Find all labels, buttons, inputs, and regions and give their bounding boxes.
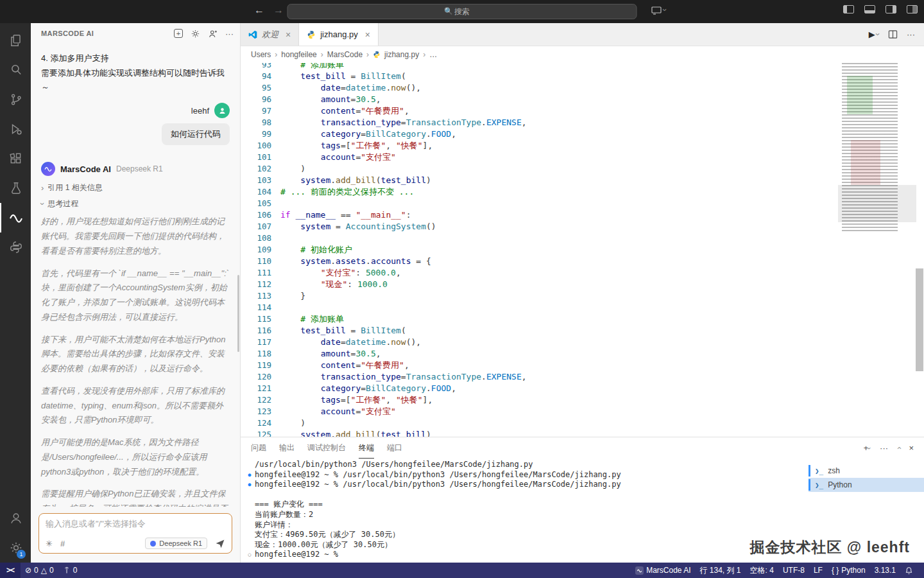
line-number[interactable]: 117 xyxy=(241,337,280,348)
more-actions-icon[interactable]: ··· xyxy=(880,443,888,453)
chat-input[interactable] xyxy=(46,519,225,529)
tab-welcome[interactable]: 欢迎 × xyxy=(241,23,299,46)
line-number[interactable]: 121 xyxy=(241,383,280,394)
marscode-ai-icon[interactable] xyxy=(0,203,31,232)
line-number[interactable]: 98 xyxy=(241,117,280,128)
account-icon[interactable] xyxy=(0,504,31,533)
line-number[interactable]: 101 xyxy=(241,152,280,163)
toggle-secondary-sidebar-icon[interactable] xyxy=(886,5,896,13)
line-number[interactable]: 122 xyxy=(241,394,280,406)
line-number[interactable]: 120 xyxy=(241,371,280,383)
line-number[interactable]: 123 xyxy=(241,406,280,417)
line-number[interactable]: 107 xyxy=(241,221,280,232)
line-number[interactable]: 96 xyxy=(241,94,280,105)
line-number[interactable]: 97 xyxy=(241,105,280,117)
line-number[interactable]: 108 xyxy=(241,232,280,244)
thinking-toggle[interactable]: › 思考过程 xyxy=(41,198,230,209)
python-version[interactable]: 3.13.1 xyxy=(870,563,900,578)
line-number[interactable]: 103 xyxy=(241,175,280,186)
new-terminal-icon[interactable]: +› xyxy=(864,443,871,453)
search-input[interactable] xyxy=(287,4,637,19)
more-actions-icon[interactable]: ··· xyxy=(907,30,915,39)
line-number[interactable]: 116 xyxy=(241,325,280,337)
tab-output[interactable]: 输出 xyxy=(279,437,295,459)
line-number[interactable]: 94 xyxy=(241,71,280,82)
remote-indicator[interactable]: >< xyxy=(0,563,21,578)
chat-settings-icon[interactable] xyxy=(191,29,200,39)
line-number[interactable]: 95 xyxy=(241,82,280,94)
line-number[interactable]: 119 xyxy=(241,360,280,371)
customize-layout-icon[interactable] xyxy=(907,5,918,13)
line-number[interactable]: 102 xyxy=(241,163,280,175)
line-number[interactable]: 114 xyxy=(241,302,280,313)
language-mode[interactable]: { } Python xyxy=(827,563,870,578)
notifications-bell[interactable] xyxy=(900,563,918,578)
screen-share-icon[interactable]: › xyxy=(651,5,666,15)
source-control-icon[interactable] xyxy=(0,85,31,114)
tab-terminal[interactable]: 终端 xyxy=(359,437,374,459)
new-chat-icon[interactable]: + xyxy=(174,29,183,38)
forward-icon[interactable]: → xyxy=(273,4,284,16)
split-editor-icon[interactable] xyxy=(888,30,898,39)
line-number[interactable]: 109 xyxy=(241,244,280,256)
chat-message-list[interactable]: 4. 添加多用户支持 需要添加具体功能实现或调整结构可以随时告诉我～ leehf… xyxy=(31,44,240,507)
extensions-icon[interactable] xyxy=(0,144,31,173)
line-number[interactable]: 124 xyxy=(241,417,280,429)
run-python-file-button[interactable]: ▶› xyxy=(869,30,879,39)
line-number[interactable]: 93 xyxy=(241,63,280,71)
tab-jizhang-py[interactable]: jizhang.py × xyxy=(299,23,379,46)
python-env-icon[interactable] xyxy=(0,232,31,262)
settings-gear-icon[interactable]: 1 xyxy=(0,533,31,563)
encoding[interactable]: UTF-8 xyxy=(778,563,809,578)
eol[interactable]: LF xyxy=(809,563,827,578)
line-number[interactable]: 125 xyxy=(241,429,280,437)
testing-icon[interactable] xyxy=(0,173,31,203)
line-number[interactable]: 106 xyxy=(241,209,280,221)
editor-scrollbar[interactable] xyxy=(916,268,923,371)
terminal-item-zsh[interactable]: ❯_ zsh xyxy=(809,464,924,478)
line-number[interactable]: 113 xyxy=(241,290,280,302)
search-view-icon[interactable] xyxy=(0,55,31,85)
chat-scrollbar[interactable] xyxy=(237,275,239,352)
minimap[interactable] xyxy=(842,63,914,231)
more-actions-icon[interactable]: ··· xyxy=(225,29,234,39)
run-debug-icon[interactable] xyxy=(0,114,31,144)
code-editor[interactable]: 9394959697989910010110210310410510610710… xyxy=(241,63,924,437)
tab-ports[interactable]: 端口 xyxy=(387,437,402,459)
terminal-output[interactable]: /usr/local/bin/python3 /Users/hongfeilee… xyxy=(241,459,809,563)
skill-icon[interactable]: ✳ xyxy=(46,539,53,548)
indentation[interactable]: 空格: 4 xyxy=(746,563,778,578)
tab-problems[interactable]: 问题 xyxy=(251,437,266,459)
cursor-position[interactable]: 行 134, 列 1 xyxy=(696,563,746,578)
line-number[interactable]: 105 xyxy=(241,198,280,209)
line-number[interactable]: 112 xyxy=(241,279,280,290)
back-icon[interactable]: ← xyxy=(254,4,264,16)
line-number[interactable]: 115 xyxy=(241,313,280,325)
line-number[interactable]: 110 xyxy=(241,256,280,267)
model-selector[interactable]: Deepseek R1 xyxy=(145,538,207,549)
close-icon[interactable]: × xyxy=(365,30,370,40)
explorer-icon[interactable] xyxy=(0,26,31,55)
breadcrumb[interactable]: Users› hongfeilee› MarsCode› jizhang.py›… xyxy=(241,46,924,63)
problems-status[interactable]: ⊘0 △0 xyxy=(21,563,58,578)
line-number[interactable]: 111 xyxy=(241,267,280,279)
ports-status[interactable]: 0 xyxy=(58,563,82,578)
minimap-slider[interactable] xyxy=(838,185,916,222)
terminal-item-python[interactable]: ❯_ Python xyxy=(809,478,924,492)
line-number[interactable]: 99 xyxy=(241,128,280,140)
line-number[interactable]: 100 xyxy=(241,140,280,152)
tab-debug-console[interactable]: 调试控制台 xyxy=(307,437,346,459)
toggle-sidebar-icon[interactable] xyxy=(843,5,854,13)
marscode-status[interactable]: MarsCode AI xyxy=(631,563,695,578)
send-icon[interactable] xyxy=(215,538,225,548)
reference-toggle[interactable]: › 引用 1 相关信息 xyxy=(41,182,230,193)
maximize-panel-icon[interactable]: › xyxy=(894,446,903,449)
close-icon[interactable]: × xyxy=(286,30,291,40)
close-panel-icon[interactable]: × xyxy=(909,443,914,453)
profile-icon[interactable] xyxy=(208,29,218,39)
line-number[interactable]: 118 xyxy=(241,348,280,360)
gutter[interactable]: 9394959697989910010110210310410510610710… xyxy=(241,63,280,437)
line-number[interactable]: 104 xyxy=(241,186,280,198)
toggle-panel-icon[interactable] xyxy=(864,5,875,13)
context-icon[interactable]: # xyxy=(60,539,65,548)
